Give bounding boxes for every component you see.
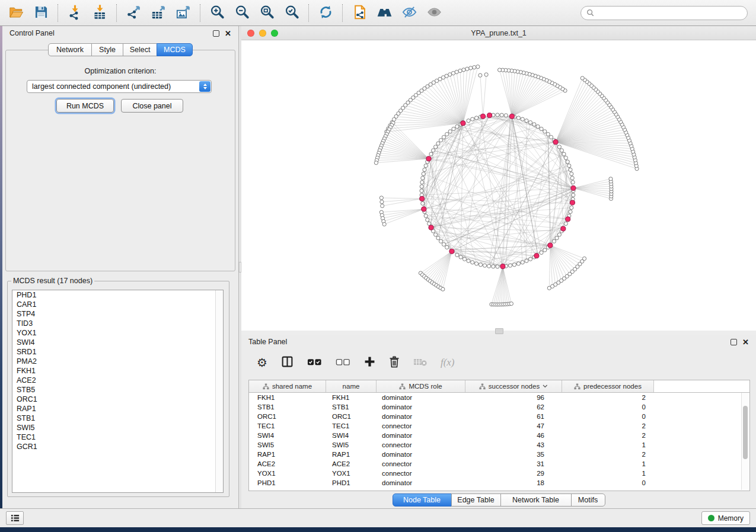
table-row[interactable]: PHD1PHD1dominator180 <box>249 478 749 488</box>
cell-predecessor-nodes: 0 <box>562 479 654 486</box>
result-node[interactable]: STB5 <box>12 385 223 395</box>
refresh-layout-button[interactable] <box>313 2 338 24</box>
control-panel-title: Control Panel <box>9 29 55 37</box>
save-session-button[interactable] <box>28 2 53 24</box>
result-node[interactable]: ACE2 <box>12 376 223 385</box>
network-canvas[interactable] <box>241 40 756 331</box>
result-node[interactable]: STP4 <box>12 309 223 319</box>
criterion-select[interactable]: largest connected component (undirected) <box>27 80 212 93</box>
result-node[interactable]: SRD1 <box>12 347 223 357</box>
column-header-predecessor-nodes[interactable]: predecessor nodes <box>562 380 654 392</box>
cell-shared-name: RAP1 <box>249 451 326 458</box>
zoom-out-icon <box>234 4 250 22</box>
tab-motifs[interactable]: Motifs <box>571 493 605 507</box>
result-node[interactable]: ORC1 <box>12 395 223 404</box>
import-table-button[interactable] <box>87 2 112 24</box>
splitter-handle[interactable] <box>495 328 503 334</box>
mcds-result-list[interactable]: PHD1CAR1STP4TID3YOX1SWI4SRD1PMA2FKH1ACE2… <box>12 290 224 493</box>
search-input[interactable] <box>598 8 742 18</box>
deselect-all-columns-button[interactable] <box>336 355 350 370</box>
network-window-titlebar: YPA_prune.txt_1 <box>241 26 756 40</box>
eye-icon <box>426 4 442 22</box>
cell-predecessor-nodes: 2 <box>562 422 654 430</box>
result-node[interactable]: PHD1 <box>12 290 223 300</box>
window-minimize-icon[interactable] <box>259 30 266 37</box>
result-node[interactable]: SWI4 <box>12 338 223 347</box>
open-file-button[interactable] <box>4 2 28 24</box>
tab-network-table[interactable]: Network Table <box>500 493 572 507</box>
result-scrollbar[interactable] <box>215 290 223 492</box>
cell-name: SWI5 <box>326 441 377 448</box>
hide-graphics-details-button[interactable] <box>397 2 422 24</box>
table-row[interactable]: TEC1TEC1connector472 <box>249 421 749 431</box>
export-network-button[interactable] <box>121 2 146 24</box>
float-panel-icon[interactable] <box>731 339 737 345</box>
column-header-name[interactable]: name <box>326 380 377 392</box>
search-network-button[interactable] <box>372 2 397 24</box>
table-row[interactable]: STB1STB1dominator620 <box>249 402 749 412</box>
window-maximize-icon[interactable] <box>271 30 278 37</box>
result-node[interactable]: CAR1 <box>12 300 223 309</box>
memory-button[interactable]: Memory <box>701 511 750 525</box>
result-node[interactable]: TEC1 <box>12 432 223 442</box>
run-mcds-button[interactable]: Run MCDS <box>56 99 114 113</box>
cell-predecessor-nodes: 1 <box>562 470 654 477</box>
horizontal-splitter[interactable] <box>241 331 756 335</box>
column-header-successor-nodes[interactable]: successor nodes <box>465 380 562 392</box>
network-graph[interactable] <box>241 40 756 331</box>
result-node[interactable]: YOX1 <box>12 328 223 338</box>
result-node[interactable]: TID3 <box>12 319 223 328</box>
table-row[interactable]: ACE2ACE2connector311 <box>249 459 749 469</box>
tab-edge-table[interactable]: Edge Table <box>451 493 501 507</box>
close-panel-button[interactable]: Close panel <box>121 99 183 113</box>
scrollbar-thumb[interactable] <box>743 406 748 459</box>
result-node[interactable]: STB1 <box>12 414 223 423</box>
zoom-fit-button[interactable] <box>254 2 279 24</box>
cell-shared-name: STB1 <box>249 403 326 411</box>
result-node[interactable]: RAP1 <box>12 404 223 414</box>
window-close-icon[interactable] <box>247 30 254 37</box>
tab-style[interactable]: Style <box>91 43 123 56</box>
tab-mcds[interactable]: MCDS <box>157 43 193 56</box>
cell-successor-nodes: 29 <box>465 470 562 477</box>
table-row[interactable]: RAP1RAP1dominator352 <box>249 450 749 459</box>
attribute-icon <box>399 383 406 390</box>
result-node[interactable]: PMA2 <box>12 357 223 366</box>
ui-options-button[interactable] <box>6 511 24 525</box>
close-panel-icon[interactable]: ✕ <box>225 30 231 37</box>
cell-mcds-role: connector <box>377 441 465 448</box>
new-network-from-selection-button[interactable] <box>347 2 372 24</box>
float-panel-icon[interactable] <box>213 30 219 37</box>
network-and-table-column: YPA_prune.txt_1 Table Panel ✕ ⚙f(x) shar… <box>241 26 756 508</box>
table-row[interactable]: ORC1ORC1dominator610 <box>249 412 749 421</box>
zoom-in-button[interactable] <box>205 2 229 24</box>
column-header-mcds-role[interactable]: MCDS role <box>377 380 465 392</box>
import-network-button[interactable] <box>62 2 87 24</box>
tab-network[interactable]: Network <box>48 43 92 56</box>
create-column-button[interactable] <box>364 355 375 370</box>
table-settings-button[interactable]: ⚙ <box>257 355 267 370</box>
table-scrollbar[interactable] <box>741 393 749 490</box>
zoom-out-button[interactable] <box>229 2 254 24</box>
zoom-selected-button[interactable] <box>279 2 304 24</box>
result-node[interactable]: SWI5 <box>12 423 223 432</box>
select-all-columns-button[interactable] <box>307 355 322 370</box>
column-header-shared-name[interactable]: shared name <box>249 380 326 392</box>
export-image-button[interactable] <box>171 2 196 24</box>
save-icon <box>33 4 49 22</box>
table-row[interactable]: YOX1YOX1connector291 <box>249 469 749 478</box>
tab-select[interactable]: Select <box>123 43 157 56</box>
table-row[interactable]: SWI5SWI5connector431 <box>249 440 749 450</box>
table-panel: Table Panel ✕ ⚙f(x) shared namenameMCDS … <box>241 335 756 508</box>
show-columns-button[interactable] <box>281 355 294 370</box>
tab-node-table[interactable]: Node Table <box>393 493 452 507</box>
delete-columns-button[interactable] <box>389 355 400 370</box>
export-table-button[interactable] <box>146 2 171 24</box>
cell-successor-nodes: 43 <box>465 441 562 448</box>
close-panel-icon[interactable]: ✕ <box>742 338 749 346</box>
result-node[interactable]: FKH1 <box>12 366 223 376</box>
table-row[interactable]: FKH1FKH1dominator962 <box>249 393 749 402</box>
result-node[interactable]: GCR1 <box>12 442 223 451</box>
table-row[interactable]: SWI4SWI4dominator462 <box>249 431 749 440</box>
cell-name: STB1 <box>326 403 377 411</box>
